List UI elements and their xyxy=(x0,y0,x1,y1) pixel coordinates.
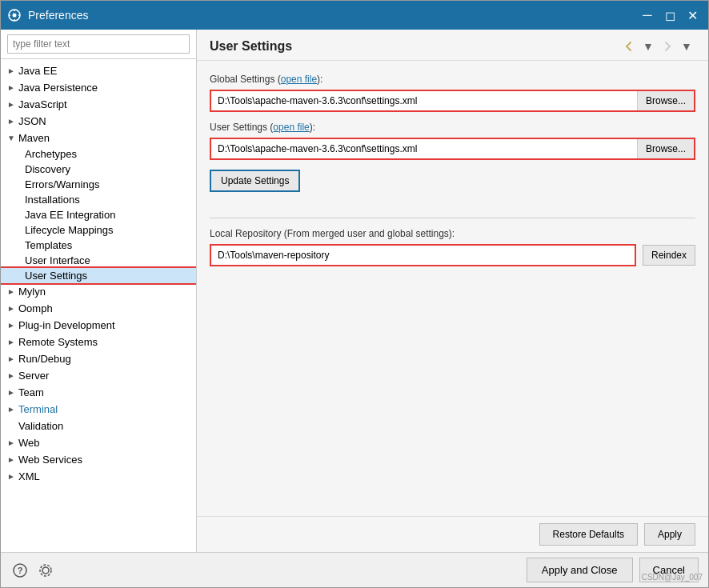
sidebar-item-label: JSON xyxy=(18,115,190,127)
sidebar-item-installations[interactable]: Installations xyxy=(1,192,196,207)
sidebar-item-label: Remote Systems xyxy=(18,336,190,348)
sidebar-item-label: User Settings xyxy=(25,270,87,282)
reindex-button[interactable]: Reindex xyxy=(643,245,695,266)
maximize-button[interactable]: ◻ xyxy=(660,6,679,25)
svg-text:?: ? xyxy=(18,566,23,575)
user-settings-browse-button[interactable]: Browse... xyxy=(637,139,694,158)
arrow-icon: ► xyxy=(7,100,18,109)
sidebar-item-java-persistence[interactable]: ► Java Persistence xyxy=(1,79,196,96)
sidebar-item-mylyn[interactable]: ► Mylyn xyxy=(1,283,196,300)
sidebar-item-java-ee-integration[interactable]: Java EE Integration xyxy=(1,207,196,222)
title-bar: Preferences ─ ◻ ✕ xyxy=(1,1,708,30)
nav-dropdown-button[interactable]: ▼ xyxy=(639,38,657,55)
local-repo-input-wrap xyxy=(210,244,636,266)
sidebar-item-label: Run/Debug xyxy=(18,353,190,365)
arrow-icon: ► xyxy=(7,338,18,346)
sidebar-item-web-services[interactable]: ► Web Services xyxy=(1,451,196,468)
update-settings-button[interactable]: Update Settings xyxy=(210,170,300,192)
sidebar-item-maven[interactable]: ▼ Maven xyxy=(1,130,196,146)
svg-point-9 xyxy=(40,565,51,576)
window-controls: ─ ◻ ✕ xyxy=(638,6,702,25)
arrow-icon: ► xyxy=(7,371,18,380)
sidebar-item-discovery[interactable]: Discovery xyxy=(1,162,196,177)
global-settings-input[interactable] xyxy=(211,91,637,110)
sidebar-item-archetypes[interactable]: Archetypes xyxy=(1,146,196,162)
sidebar-item-web[interactable]: ► Web xyxy=(1,434,196,451)
sidebar-item-label: Templates xyxy=(25,239,72,251)
panel-body: Global Settings (open file): Browse... U… xyxy=(197,61,708,516)
sidebar-item-label: Java EE Integration xyxy=(25,209,115,221)
close-button[interactable]: ✕ xyxy=(683,6,702,25)
user-settings-link[interactable]: open file xyxy=(273,122,309,133)
sidebar-item-label: User Interface xyxy=(25,254,90,266)
minimize-button[interactable]: ─ xyxy=(638,6,657,25)
global-settings-browse-button[interactable]: Browse... xyxy=(637,91,694,110)
right-panel: User Settings ▼ ▼ Global Settings (open … xyxy=(197,30,708,552)
local-repo-row: Reindex xyxy=(210,244,695,266)
arrow-icon: ▼ xyxy=(7,134,18,142)
arrow-icon: ► xyxy=(7,287,18,296)
filter-input[interactable] xyxy=(7,34,190,54)
help-button[interactable]: ? xyxy=(10,561,30,580)
restore-defaults-button[interactable]: Restore Defaults xyxy=(539,523,638,546)
arrow-icon: ► xyxy=(7,472,18,481)
arrow-icon: ► xyxy=(7,354,18,363)
user-settings-row: Browse... xyxy=(210,138,695,160)
sidebar-item-terminal[interactable]: ► Terminal xyxy=(1,401,196,418)
sidebar-item-label: Installations xyxy=(25,194,80,206)
panel-footer: Restore Defaults Apply xyxy=(197,516,708,552)
nav-forward-button[interactable] xyxy=(659,38,676,55)
apply-button[interactable]: Apply xyxy=(644,523,695,546)
arrow-icon: ► xyxy=(7,117,18,126)
sidebar-item-xml[interactable]: ► XML xyxy=(1,468,196,485)
user-settings-input[interactable] xyxy=(211,139,637,158)
preferences-window: Preferences ─ ◻ ✕ ► Java EE ► Java Pe xyxy=(0,0,709,588)
watermark: CSDN@Jay_007 xyxy=(642,573,703,582)
sidebar-item-label: Web Services xyxy=(18,454,190,466)
sidebar-item-validation[interactable]: Validation xyxy=(1,418,196,434)
sidebar-item-run-debug[interactable]: ► Run/Debug xyxy=(1,350,196,367)
sidebar-item-team[interactable]: ► Team xyxy=(1,384,196,401)
preferences-button[interactable] xyxy=(36,561,55,580)
sidebar-item-label: Server xyxy=(18,370,190,382)
arrow-icon: ► xyxy=(7,405,18,414)
window-title: Preferences xyxy=(28,9,638,22)
bottom-left-icons: ? xyxy=(10,561,55,580)
sidebar-item-user-settings[interactable]: User Settings xyxy=(1,268,196,283)
sidebar-item-label: Maven xyxy=(18,132,190,144)
sidebar-item-plugin-development[interactable]: ► Plug-in Development xyxy=(1,317,196,334)
svg-point-8 xyxy=(42,567,49,574)
sidebar-item-remote-systems[interactable]: ► Remote Systems xyxy=(1,334,196,350)
sidebar-item-label: Mylyn xyxy=(18,286,190,298)
sidebar-item-templates[interactable]: Templates xyxy=(1,238,196,253)
sidebar-item-oomph[interactable]: ► Oomph xyxy=(1,300,196,317)
sidebar-item-label: Errors/Warnings xyxy=(25,178,99,190)
global-settings-label: Global Settings (open file): xyxy=(210,74,695,85)
local-repo-input[interactable] xyxy=(211,246,635,265)
sidebar-item-label: Team xyxy=(18,386,190,398)
sidebar-item-user-interface[interactable]: User Interface xyxy=(1,253,196,268)
nav-forward-dropdown-button[interactable]: ▼ xyxy=(678,38,695,55)
arrow-icon: ► xyxy=(7,83,18,92)
arrow-icon: ► xyxy=(7,455,18,464)
apply-and-close-button[interactable]: Apply and Close xyxy=(527,558,633,582)
arrow-icon: ► xyxy=(7,321,18,330)
sidebar-item-label: XML xyxy=(18,470,190,482)
sidebar-item-lifecycle-mappings[interactable]: Lifecycle Mappings xyxy=(1,222,196,238)
global-settings-link[interactable]: open file xyxy=(281,74,317,85)
arrow-icon: ► xyxy=(7,304,18,313)
panel-header: User Settings ▼ ▼ xyxy=(197,30,708,61)
sidebar-item-javascript[interactable]: ► JavaScript xyxy=(1,96,196,113)
sidebar-item-label: Discovery xyxy=(25,163,70,175)
sidebar-item-label: Web xyxy=(18,437,190,449)
sidebar-item-java-ee[interactable]: ► Java EE xyxy=(1,62,196,79)
user-settings-label: User Settings (open file): xyxy=(210,122,695,133)
sidebar-item-errors-warnings[interactable]: Errors/Warnings xyxy=(1,177,196,192)
sidebar-item-server[interactable]: ► Server xyxy=(1,367,196,384)
sidebar-item-label: Oomph xyxy=(18,302,190,314)
sidebar-item-json[interactable]: ► JSON xyxy=(1,113,196,130)
sidebar-item-label: Java EE xyxy=(18,65,190,77)
sidebar-item-label: Lifecycle Mappings xyxy=(25,224,114,236)
nav-back-button[interactable] xyxy=(620,38,638,55)
sidebar-item-label: Terminal xyxy=(18,403,190,415)
